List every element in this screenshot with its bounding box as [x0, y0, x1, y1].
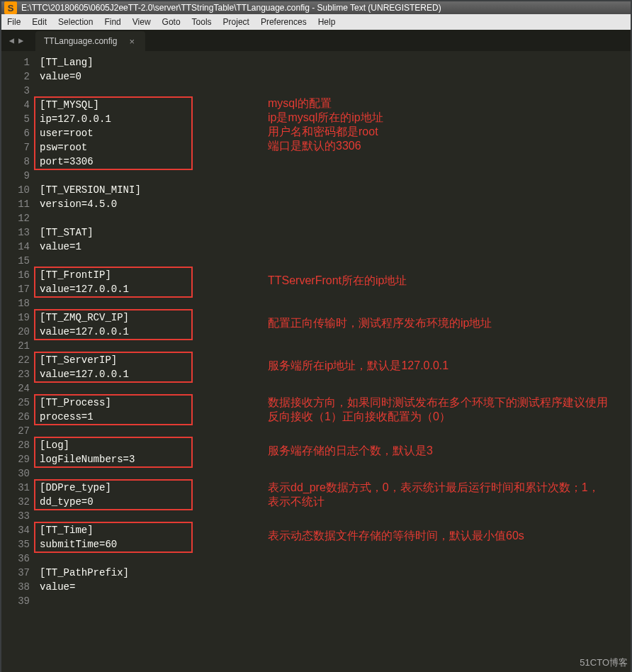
menu-goto[interactable]: Goto [157, 14, 186, 30]
line-number: 33 [1, 509, 30, 523]
menu-project[interactable]: Project [218, 14, 255, 30]
line-number-gutter: 1234567891011121314151617181920212223242… [1, 51, 37, 672]
annotation-mysql: mysql的配置 ip是mysql所在的ip地址 用户名和密码都是root 端口… [268, 96, 383, 153]
line-number: 29 [1, 452, 30, 466]
line-number: 21 [1, 339, 30, 353]
app-icon: S [4, 1, 17, 14]
window-title: E:\TTC\20180605\0605J2eeTT-2.0\server\TT… [21, 3, 441, 13]
line-number: 31 [1, 481, 30, 495]
annotation-frontip: TTServerFront所在的ip地址 [268, 274, 407, 288]
line-number: 24 [1, 381, 30, 396]
line-number: 30 [1, 466, 30, 481]
menu-find[interactable]: Find [98, 14, 126, 30]
line-number: 15 [1, 254, 30, 268]
line-number: 37 [1, 566, 30, 580]
tab-nav-arrows[interactable]: ◀ ▶ [1, 30, 31, 51]
line-number: 10 [1, 183, 30, 197]
line-number: 28 [1, 438, 30, 452]
line-number: 5 [1, 112, 30, 126]
annotation-log: 服务端存储的日志个数，默认是3 [268, 444, 433, 458]
line-number: 38 [1, 580, 30, 594]
line-number: 20 [1, 325, 30, 339]
annotation-process: 数据接收方向，如果同时测试发布在多个环境下的测试程序建议使用反向接收（1）正向接… [268, 396, 608, 424]
tab-ttlanguage[interactable]: TTLanguage.config × [35, 31, 145, 51]
line-number: 34 [1, 523, 30, 537]
chevron-left-icon[interactable]: ◀ [9, 35, 14, 46]
line-number: 35 [1, 537, 30, 551]
line-number: 6 [1, 126, 30, 140]
line-number: 14 [1, 240, 30, 254]
chevron-right-icon[interactable]: ▶ [18, 35, 23, 46]
line-number: 8 [1, 155, 30, 169]
line-number: 19 [1, 310, 30, 325]
line-number: 7 [1, 140, 30, 155]
line-number: 22 [1, 353, 30, 367]
tab-label: TTLanguage.config [44, 36, 117, 46]
menu-bar: File Edit Selection Find View Goto Tools… [1, 14, 631, 30]
line-number: 13 [1, 225, 30, 240]
code-content[interactable]: [TT_Lang] value=0 [TT_MYSQL] ip=127.0.0.… [37, 51, 631, 672]
line-number: 11 [1, 197, 30, 211]
line-number: 26 [1, 410, 30, 424]
line-number: 27 [1, 424, 30, 438]
menu-edit[interactable]: Edit [26, 14, 52, 30]
menu-help[interactable]: Help [312, 14, 342, 30]
line-number: 16 [1, 268, 30, 282]
menu-preferences[interactable]: Preferences [255, 14, 312, 30]
line-number: 23 [1, 367, 30, 381]
line-number: 4 [1, 98, 30, 112]
window: S E:\TTC\20180605\0605J2eeTT-2.0\server\… [0, 0, 632, 672]
annotation-zmq: 配置正向传输时，测试程序发布环境的ip地址 [268, 316, 492, 330]
annotation-serverip: 服务端所在ip地址，默认是127.0.0.1 [268, 359, 448, 373]
annotation-time: 表示动态数据文件存储的等待时间，默认最小值60s [268, 529, 524, 543]
line-number: 1 [1, 55, 30, 69]
menu-selection[interactable]: Selection [52, 14, 98, 30]
line-number: 25 [1, 396, 30, 410]
title-bar[interactable]: S E:\TTC\20180605\0605J2eeTT-2.0\server\… [1, 1, 631, 14]
watermark: 51CTO博客 [580, 656, 628, 669]
menu-file[interactable]: File [1, 14, 26, 30]
line-number: 18 [1, 296, 30, 310]
annotation-ddpre: 表示dd_pre数据方式，0，表示统计最后运行时间和累计次数；1，表示不统计 [268, 481, 608, 509]
close-icon[interactable]: × [127, 36, 137, 46]
line-number: 3 [1, 84, 30, 98]
line-number: 17 [1, 282, 30, 296]
line-number: 12 [1, 211, 30, 225]
line-number: 2 [1, 69, 30, 84]
line-number: 36 [1, 551, 30, 566]
menu-view[interactable]: View [127, 14, 157, 30]
line-number: 9 [1, 169, 30, 183]
line-number: 32 [1, 495, 30, 509]
tab-bar: ◀ ▶ TTLanguage.config × [1, 30, 631, 51]
menu-tools[interactable]: Tools [186, 14, 218, 30]
line-number: 39 [1, 594, 30, 608]
editor-area[interactable]: 1234567891011121314151617181920212223242… [1, 51, 631, 672]
